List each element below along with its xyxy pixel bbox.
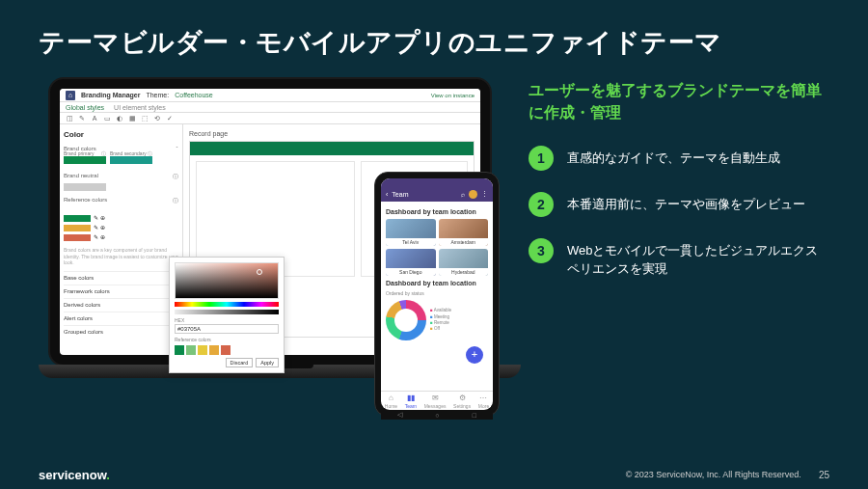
color-picker-popover: HEX #03705A Reference colors Discard App… [169, 257, 285, 373]
swatch-secondary[interactable]: Brand secondaryⓘ [110, 156, 152, 167]
point-text: Webとモバイルで一貫したビジュアルエクスペリエンスを実現 [567, 238, 829, 279]
bm-tabs: Global styles UI element styles [60, 102, 480, 113]
ref-swatch[interactable]: ✎ ⊕ [64, 232, 178, 242]
page-number: 25 [819, 470, 829, 480]
tool-icon[interactable]: A [91, 115, 98, 122]
location-card[interactable]: Amsterdam [439, 219, 489, 246]
panel-description: Brand colors are a key component of your… [64, 247, 178, 266]
location-card[interactable]: San Diego [386, 249, 436, 276]
preview-title: Record page [189, 130, 475, 137]
android-home[interactable]: ○ [435, 412, 439, 419]
location-card[interactable]: Hyderabad [439, 249, 489, 276]
cat-framework[interactable]: Framework colors˅ [64, 285, 178, 298]
panel-title: Color [64, 130, 178, 139]
point-text: 直感的なガイドで、テーマを自動生成 [567, 146, 780, 168]
phone-title: Team [392, 191, 408, 198]
cat-alert[interactable]: Alert colors˅ [64, 312, 178, 325]
tool-icon[interactable]: ◫ [66, 115, 73, 122]
menu-icon[interactable]: ⋮ [481, 190, 488, 198]
palette-swatch[interactable] [209, 345, 219, 355]
point-2: 2本番適用前に、テーマや画像をプレビュー [529, 192, 829, 217]
dashboard-heading-2: Dashboard by team location [386, 280, 488, 286]
avatar[interactable] [469, 190, 477, 199]
bm-titlebar: ⌂ Branding Manager Theme: Coffeehouse Vi… [60, 89, 480, 102]
tool-icon[interactable]: ▭ [103, 115, 111, 122]
tab-global[interactable]: Global styles [66, 104, 104, 111]
alpha-slider[interactable] [175, 310, 279, 314]
tool-icon[interactable]: ⬚ [141, 115, 149, 122]
android-recent[interactable]: □ [473, 412, 476, 419]
toolbar: ◫✎A▭◐▦⬚⟲✓ [60, 113, 480, 124]
color-panel: Color Brand colors˄ Brand primaryⓘ Brand… [60, 124, 183, 355]
tool-icon[interactable]: ▦ [128, 115, 136, 122]
hex-input[interactable]: #03705A [175, 324, 279, 334]
chevron-up-icon[interactable]: ˄ [176, 146, 178, 152]
nav-messages[interactable]: ✉Messages [424, 394, 447, 409]
ref-swatch[interactable]: ✎ ⊕ [64, 223, 178, 232]
cat-derived[interactable]: Derived colors˅ [64, 298, 178, 312]
info-icon[interactable]: ⓘ [173, 197, 178, 205]
location-card[interactable]: Tel Aviv [386, 219, 436, 246]
nav-settings[interactable]: ⚙Settings [453, 394, 471, 409]
nav-more[interactable]: ⋯More [478, 394, 489, 409]
app-name: Branding Manager [81, 92, 140, 98]
ref-colors-label: Reference colors [64, 197, 107, 205]
tool-icon[interactable]: ◐ [116, 115, 123, 122]
slide-title: テーマビルダー・モバイルアプリのユニファイドテーマ [0, 0, 868, 60]
apply-button[interactable]: Apply [256, 358, 279, 367]
point-number: 3 [529, 238, 554, 263]
ref-swatch[interactable]: ✎ ⊕ [64, 213, 178, 223]
hex-label: HEX [175, 317, 279, 323]
info-icon[interactable]: ⓘ [173, 173, 178, 181]
palette-swatch[interactable] [175, 345, 184, 355]
point-3: 3Webとモバイルで一貫したビジュアルエクスペリエンスを実現 [529, 238, 829, 279]
cat-base[interactable]: Base colors˅ [64, 271, 178, 285]
copyright: © 2023 ServiceNow, Inc. All Rights Reser… [626, 470, 801, 479]
theme-label: Theme: [146, 92, 169, 98]
right-column: ユーザーを魅了するブランドテーマを簡単に作成・管理 1直感的なガイドで、テーマを… [529, 77, 829, 386]
point-number: 2 [529, 192, 554, 217]
palette-swatch[interactable] [186, 345, 196, 355]
discard-button[interactable]: Discard [226, 358, 254, 367]
servicenow-logo: servicenow. [39, 468, 110, 482]
footer: servicenow. © 2023 ServiceNow, Inc. All … [0, 460, 868, 489]
nav-team[interactable]: ▮▮Team [405, 394, 417, 409]
tool-icon[interactable]: ✓ [166, 115, 174, 122]
back-icon[interactable]: ‹ [386, 191, 388, 198]
nav-home[interactable]: ⌂Home [385, 394, 397, 409]
dashboard-sub: Ordered by status [386, 290, 488, 296]
dashboard-heading: Dashboard by team location [386, 208, 488, 215]
phone-mockup: ‹ Team ⌕⋮ Dashboard by team location Tel… [374, 172, 500, 417]
swatch-neutral[interactable] [64, 183, 106, 191]
neutral-label: Brand neutral [64, 173, 98, 181]
color-gradient[interactable] [175, 262, 279, 299]
palette-swatch[interactable] [221, 345, 231, 355]
theme-value[interactable]: Coffeehouse [175, 92, 213, 98]
android-back[interactable]: ◁ [397, 411, 402, 419]
palette-swatch[interactable] [198, 345, 207, 355]
home-icon[interactable]: ⌂ [66, 91, 75, 100]
lead-text: ユーザーを魅了するブランドテーマを簡単に作成・管理 [529, 79, 829, 124]
donut-chart [386, 300, 426, 340]
phone-appbar: ‹ Team ⌕⋮ [381, 186, 493, 202]
tool-icon[interactable]: ⟲ [153, 115, 161, 122]
view-instance-link[interactable]: View on instance [431, 93, 475, 98]
search-icon[interactable]: ⌕ [461, 191, 465, 198]
tab-ui-element[interactable]: UI element styles [114, 104, 166, 111]
chart-legend: Available Meeting Remote Off [430, 308, 451, 332]
hue-slider[interactable] [175, 302, 279, 307]
point-1: 1直感的なガイドで、テーマを自動生成 [529, 146, 829, 171]
bottom-nav: ⌂Home ▮▮Team ✉Messages ⚙Settings ⋯More [381, 391, 493, 410]
point-text: 本番適用前に、テーマや画像をプレビュー [567, 192, 805, 214]
tool-icon[interactable]: ✎ [78, 115, 86, 122]
fab-button[interactable]: + [466, 346, 483, 364]
palette [175, 345, 279, 355]
refcolors-label: Reference colors [175, 337, 279, 342]
cat-grouped[interactable]: Grouped colors˅ [64, 325, 178, 339]
point-number: 1 [529, 146, 554, 171]
swatch-primary[interactable]: Brand primaryⓘ [64, 156, 106, 167]
